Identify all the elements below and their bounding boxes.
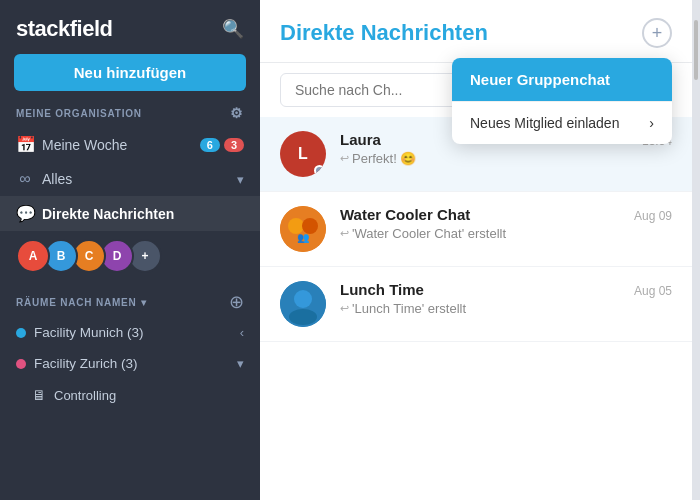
message-sender: Lunch Time — [340, 281, 424, 298]
message-time: Aug 05 — [634, 284, 672, 298]
message-item-water-cooler[interactable]: 👥 Water Cooler Chat Aug 09 ↩ 'Water Cool… — [260, 192, 692, 267]
group-avatar-icon: 👥 — [280, 206, 326, 252]
main-header: Direkte Nachrichten + — [260, 0, 692, 63]
rooms-header: Räume nach Namen ▾ ⊕ — [0, 281, 260, 317]
svg-text:👥: 👥 — [297, 231, 310, 244]
reply-icon: ↩ — [340, 152, 349, 165]
folder-icon: 🖥 — [32, 387, 46, 403]
message-item-lunch-time[interactable]: Lunch Time Aug 05 ↩ 'Lunch Time' erstell… — [260, 267, 692, 342]
avatar-lunch-time — [280, 281, 326, 327]
avatar-row: A B C D + — [0, 231, 260, 281]
app-logo: stackfield — [16, 16, 113, 42]
nav-item-meine-woche[interactable]: 📅 Meine Woche 6 3 — [0, 127, 260, 162]
avatar-water-cooler: 👥 — [280, 206, 326, 252]
controlling-item[interactable]: 🖥 Controlling — [0, 379, 260, 411]
chat-icon: 💬 — [16, 204, 34, 223]
scrollbar-edge — [692, 0, 700, 500]
message-preview: ↩ Perfekt! 😊 — [340, 151, 672, 166]
nav-item-alles[interactable]: ∞ Alles ▾ — [0, 162, 260, 196]
message-sender: Water Cooler Chat — [340, 206, 470, 223]
sidebar-header: stackfield 🔍 — [0, 0, 260, 54]
room-item-munich[interactable]: Facility Munich (3) ‹ — [0, 317, 260, 348]
dropdown-menu-wrapper: Neuer Gruppenchat Neues Mitglied einlade… — [452, 58, 672, 144]
badge-red: 3 — [224, 138, 244, 152]
message-list: L Laura 13:54 ↩ Perfekt! 😊 — [260, 117, 692, 500]
room-item-zurich[interactable]: Facility Zurich (3) ▾ — [0, 348, 260, 379]
dm-header[interactable]: 💬 Direkte Nachrichten — [0, 196, 260, 231]
message-preview: ↩ 'Water Cooler Chat' erstellt — [340, 226, 672, 241]
gear-icon[interactable]: ⚙ — [230, 105, 244, 121]
infinity-icon: ∞ — [16, 170, 34, 188]
dropdown-menu: Neuer Gruppenchat Neues Mitglied einlade… — [452, 58, 672, 144]
page-title: Direkte Nachrichten — [280, 20, 488, 46]
invite-member-item[interactable]: Neues Mitglied einladen › — [452, 101, 672, 144]
chevron-left-icon: ‹ — [240, 325, 244, 340]
message-preview: ↩ 'Lunch Time' erstellt — [340, 301, 672, 316]
add-button[interactable]: + — [642, 18, 672, 48]
badge-blue: 6 — [200, 138, 220, 152]
avatar-1[interactable]: A — [16, 239, 50, 273]
sidebar: stackfield 🔍 Neu hinzufügen Meine Organi… — [0, 0, 260, 500]
dot-blue — [16, 328, 26, 338]
chevron-right-icon: › — [649, 115, 654, 131]
new-group-chat-item[interactable]: Neuer Gruppenchat — [452, 58, 672, 101]
svg-point-6 — [289, 309, 317, 325]
dot-pink — [16, 359, 26, 369]
sidebar-scroll: Meine Organisation ⚙ 📅 Meine Woche 6 3 ∞… — [0, 105, 260, 500]
new-button[interactable]: Neu hinzufügen — [14, 54, 246, 91]
search-icon[interactable]: 🔍 — [222, 18, 244, 40]
reply-icon: ↩ — [340, 227, 349, 240]
reply-icon: ↩ — [340, 302, 349, 315]
chevron-icon: ▾ — [237, 172, 244, 187]
calendar-icon: 📅 — [16, 135, 34, 154]
org-section-label: Meine Organisation ⚙ — [0, 105, 260, 127]
online-status-dot — [314, 165, 325, 176]
main-content: Direkte Nachrichten + Neuer Gruppenchat … — [260, 0, 692, 500]
lunch-avatar-icon — [280, 281, 326, 327]
dropdown-arrow-icon: ▾ — [141, 297, 147, 308]
add-room-icon[interactable]: ⊕ — [229, 291, 244, 313]
svg-point-5 — [294, 290, 312, 308]
scrollbar-thumb[interactable] — [694, 20, 698, 80]
message-time: Aug 09 — [634, 209, 672, 223]
message-sender: Laura — [340, 131, 381, 148]
chevron-down-icon: ▾ — [237, 356, 244, 371]
avatar-laura: L — [280, 131, 326, 177]
